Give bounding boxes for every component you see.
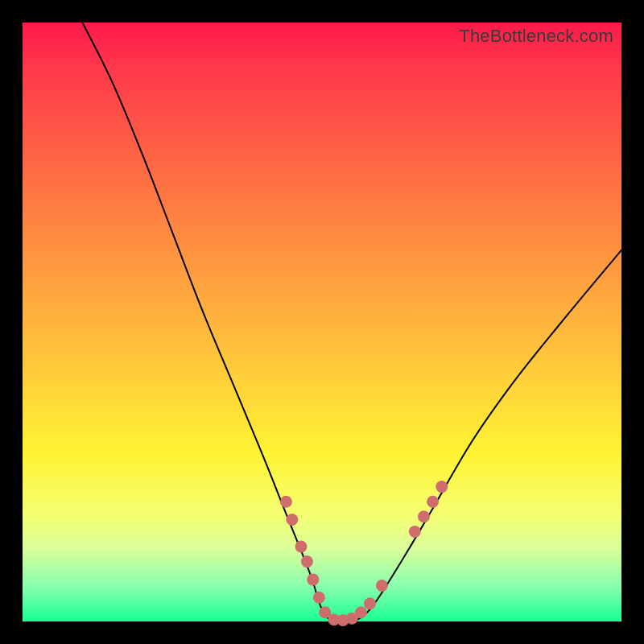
data-marker — [427, 496, 439, 508]
data-marker — [355, 606, 367, 618]
bottleneck-curve — [82, 23, 621, 623]
data-marker — [409, 526, 421, 538]
data-marker — [307, 573, 319, 585]
data-marker — [418, 510, 430, 522]
data-marker — [313, 592, 325, 604]
data-marker — [364, 597, 376, 609]
curve-svg — [23, 23, 621, 621]
chart-frame: TheBottleneck.com — [0, 0, 644, 644]
data-marker — [376, 580, 388, 592]
plot-area: TheBottleneck.com — [23, 23, 621, 621]
data-marker — [286, 514, 298, 526]
data-markers — [280, 481, 448, 626]
data-marker — [280, 496, 292, 508]
data-marker — [301, 555, 313, 568]
data-marker — [436, 481, 448, 493]
data-marker — [295, 541, 308, 553]
